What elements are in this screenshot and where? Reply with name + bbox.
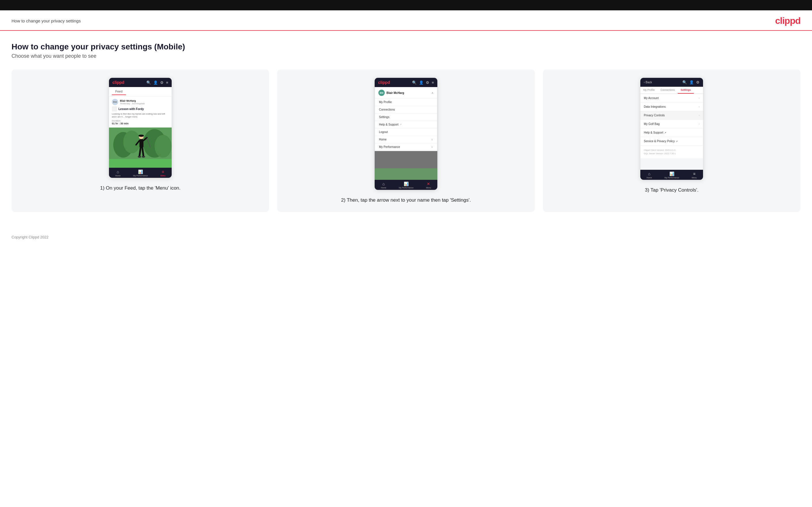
ph1-navbar: clippd 🔍 👤 ⚙ ≡ [109, 78, 172, 87]
ph3-performance-label: My Performance [664, 177, 679, 179]
performance-icon: 📊 [138, 169, 143, 174]
privacy-external-icon: ↗ [676, 140, 678, 143]
ph2-username: Blair McHarg [387, 91, 404, 95]
header-title: How to change your privacy settings [11, 18, 81, 23]
lesson-desc: Looking to feel like my hands are exitin… [112, 113, 169, 119]
svg-line-14 [142, 148, 144, 156]
ph3-version-info: Clippd Client Version: 2022.8.3-3 GQL Se… [640, 146, 703, 158]
golf-image [109, 127, 172, 168]
menu-icon-2[interactable]: ≡ [432, 80, 434, 85]
feed-subtext: Yesterday · Sunningdale [120, 102, 145, 105]
settings-icon-3: ⚙ [696, 80, 700, 84]
my-golf-bag-item[interactable]: My Golf Bag › [640, 120, 703, 128]
my-profile-item[interactable]: My Profile [375, 99, 437, 106]
service-privacy-item[interactable]: Service & Privacy Policy ↗ [640, 137, 703, 146]
my-account-item[interactable]: My Account › [640, 94, 703, 103]
copyright-text: Copyright Clippd 2022 [11, 235, 49, 239]
ph2-user-row[interactable]: BM Blair McHarg ∧ [375, 87, 437, 99]
connections-item[interactable]: Connections [375, 106, 437, 113]
ph3-home-label: Home [647, 177, 652, 179]
tab-connections[interactable]: Connections [658, 87, 678, 94]
ph3-home-nav[interactable]: ⌂ Home [647, 171, 652, 179]
home-section-label: Home [379, 138, 387, 141]
lesson-icon [112, 106, 117, 111]
main-content: How to change your privacy settings (Mob… [0, 31, 812, 229]
ph2-dropdown: BM Blair McHarg ∧ My Profile Connections… [375, 87, 437, 151]
step-3-caption: 3) Tap 'Privacy Controls'. [645, 186, 699, 194]
version-line-2: GQL Server Version: 2022.7.30-1 [644, 152, 700, 155]
help-support-label: Help & Support ↗ [644, 131, 666, 134]
ph2-bg-overlay [375, 151, 437, 180]
ph2-performance-nav[interactable]: 📊 My Performance [399, 181, 413, 189]
my-golf-bag-chevron: › [699, 122, 700, 125]
ph3-menu-nav[interactable]: ≡ Menu [692, 171, 697, 179]
ph2-home-nav[interactable]: ⌂ Home [381, 181, 387, 189]
help-support-item-3[interactable]: Help & Support ↗ [640, 128, 703, 137]
ph3-settings-list: My Account › Data Integrations › Privacy… [640, 94, 703, 146]
menu-bottom-icon: ≡ [162, 169, 164, 174]
tab-settings[interactable]: Settings [678, 87, 694, 94]
my-golf-bag-label: My Golf Bag [644, 122, 660, 125]
home-icon: ⌂ [117, 169, 119, 174]
lesson-title: Lesson with Fordy [118, 107, 144, 111]
back-chevron-icon: ‹ [644, 81, 645, 84]
ph1-home-nav[interactable]: ⌂ Home [115, 169, 121, 177]
svg-rect-5 [109, 159, 172, 167]
ph2-performance-icon: 📊 [404, 181, 409, 186]
steps-row: clippd 🔍 👤 ⚙ ≡ Feed BM [11, 69, 801, 212]
feed-item: BM Blair McHarg Yesterday · Sunningdale … [109, 97, 172, 127]
close-icon: ✕ [427, 181, 430, 186]
ph3-tabs: My Profile Connections Settings [640, 87, 703, 94]
feed-tab[interactable]: Feed [112, 88, 126, 95]
performance-section-item[interactable]: My Performance ∨ [375, 143, 437, 151]
privacy-controls-label: Privacy Controls [644, 114, 665, 117]
user-avatar: BM [112, 99, 118, 105]
settings-icon-2: ⚙ [426, 80, 429, 85]
ph1-logo: clippd [112, 80, 124, 85]
ph2-home-label: Home [381, 187, 387, 189]
version-line-1: Clippd Client Version: 2022.8.3-3 [644, 149, 700, 152]
ph2-icons: 🔍 👤 ⚙ ≡ [412, 80, 434, 85]
user-icon-2: 👤 [419, 80, 423, 85]
ph3-icons: 🔍 👤 ⚙ [682, 80, 700, 84]
ph2-menu-label: Menu [426, 187, 431, 189]
ph3-spacer [640, 158, 703, 170]
logo: clippd [775, 15, 801, 26]
step-2-caption: 2) Then, tap the arrow next to your name… [341, 196, 471, 204]
ph2-logo: clippd [378, 80, 390, 85]
back-button[interactable]: ‹ Back [644, 81, 652, 84]
feed-username: Blair McHarg [120, 99, 145, 102]
phone-1-mockup: clippd 🔍 👤 ⚙ ≡ Feed BM [109, 77, 172, 178]
ph2-avatar: BM [378, 90, 385, 96]
ph1-icons: 🔍 👤 ⚙ ≡ [146, 80, 168, 85]
chevron-up-icon: ∧ [431, 91, 434, 95]
performance-section-label: My Performance [379, 145, 400, 149]
ph3-menu-icon: ≡ [693, 171, 695, 176]
my-account-chevron: › [699, 97, 700, 100]
home-label: Home [115, 175, 121, 177]
ph2-close-nav[interactable]: ✕ Menu [426, 181, 431, 189]
privacy-controls-chevron: › [699, 114, 700, 117]
settings-icon: ⚙ [160, 80, 164, 85]
search-icon-2: 🔍 [412, 80, 417, 85]
data-integrations-item[interactable]: Data Integrations › [640, 103, 703, 111]
privacy-controls-item[interactable]: Privacy Controls › [640, 111, 703, 120]
help-external-icon: ↗ [664, 131, 666, 134]
ph2-performance-label: My Performance [399, 187, 413, 189]
home-section-item[interactable]: Home ∨ [375, 136, 437, 143]
tab-my-profile[interactable]: My Profile [640, 87, 658, 94]
footer: Copyright Clippd 2022 [0, 229, 812, 245]
help-support-item[interactable]: Help & Support ↗ [375, 121, 437, 128]
logout-item[interactable]: Logout [375, 128, 437, 136]
menu-icon[interactable]: ≡ [166, 80, 168, 85]
performance-chevron: ∨ [431, 145, 433, 149]
ph1-performance-nav[interactable]: 📊 My Performance [133, 169, 148, 177]
back-label: Back [646, 81, 652, 84]
page-title: How to change your privacy settings (Mob… [11, 42, 801, 51]
svg-point-4 [155, 135, 172, 157]
ph1-menu-nav[interactable]: ≡ Menu [160, 169, 166, 177]
duration-value: 01 hr : 30 min [112, 122, 169, 125]
ph3-performance-nav[interactable]: 📊 My Performance [664, 171, 679, 179]
performance-label: My Performance [133, 175, 148, 177]
settings-item[interactable]: Settings [375, 113, 437, 121]
